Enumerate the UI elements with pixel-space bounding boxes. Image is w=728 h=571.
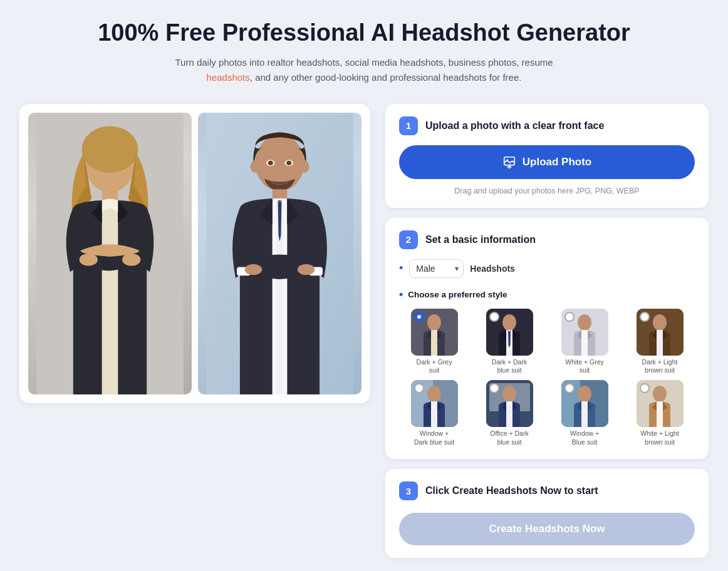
style-name-3: White + Greysuit [565, 358, 604, 375]
style-name-7: Window +Blue suit [570, 430, 599, 446]
styles-grid: Dark + Greysuit [399, 309, 695, 447]
style-option-2[interactable]: Dark + Darkblue suit [474, 309, 544, 375]
step-1-number: 1 [399, 116, 418, 135]
svg-point-49 [653, 386, 667, 402]
style-radio-3 [564, 312, 575, 322]
upload-button-label: Upload Photo [523, 156, 591, 168]
main-content: 1 Upload a photo with a clear front face… [19, 104, 709, 558]
style-name-4: Dark + Lightbrown suit [642, 358, 678, 375]
style-thumb-6 [486, 380, 533, 427]
upload-icon [502, 155, 516, 169]
style-option-8[interactable]: White + Lightbrown suit [625, 380, 695, 446]
bullet-1: • [399, 262, 403, 275]
gender-select-wrapper[interactable]: Male Female [409, 259, 464, 278]
create-headshots-label: Create Headshots Now [489, 523, 605, 535]
style-option-5[interactable]: Window +Dark blue suit [399, 380, 469, 446]
page-subtitle: Turn daily photos into realtor headshots… [151, 55, 577, 85]
svg-point-31 [578, 314, 591, 331]
style-option-1[interactable]: Dark + Greysuit [399, 309, 469, 375]
style-radio-8 [640, 383, 650, 393]
step-3-number: 3 [399, 481, 418, 500]
step-2-card: 2 Set a basic information • Male Female … [385, 218, 709, 460]
svg-point-21 [298, 264, 315, 275]
svg-point-34 [653, 314, 667, 331]
svg-point-5 [80, 254, 98, 266]
svg-point-42 [502, 386, 516, 402]
step-3-card: 3 Click Create Headshots Now to start Cr… [385, 469, 709, 558]
svg-rect-32 [581, 330, 588, 356]
style-name-5: Window +Dark blue suit [414, 430, 454, 446]
page-title: 100% Free Professional AI Headshot Gener… [19, 19, 709, 48]
gender-type-row: • Male Female Headshots [399, 259, 695, 278]
svg-point-38 [427, 386, 441, 402]
highlight-text: headshots [207, 72, 250, 83]
style-radio-7 [564, 383, 575, 393]
step-2-header: 2 Set a basic information [399, 230, 695, 249]
male-figure-svg [198, 113, 361, 394]
svg-point-14 [286, 160, 291, 165]
style-option-6[interactable]: Office + Darkblue suit [474, 380, 544, 446]
headshots-type-label: Headshots [470, 264, 515, 274]
svg-point-10 [299, 160, 309, 173]
page-wrapper: 100% Free Professional AI Headshot Gener… [19, 19, 709, 558]
style-radio-5 [414, 383, 424, 393]
style-option-4[interactable]: Dark + Lightbrown suit [625, 309, 695, 375]
style-option-7[interactable]: Window +Blue suit [549, 380, 620, 446]
style-thumb-7 [561, 380, 608, 427]
style-thumb-3 [561, 309, 608, 356]
svg-rect-26 [431, 330, 437, 356]
style-thumb-2 [486, 309, 533, 356]
style-radio-4 [640, 312, 650, 322]
svg-point-2 [82, 126, 138, 172]
step-1-card: 1 Upload a photo with a clear front face… [385, 104, 709, 208]
preview-panel [19, 104, 370, 403]
style-name-1: Dark + Greysuit [417, 358, 452, 375]
step-2-title: Set a basic information [425, 234, 536, 245]
step-2-number: 2 [399, 230, 418, 249]
svg-rect-50 [657, 401, 663, 427]
svg-rect-4 [102, 200, 118, 394]
style-section-header: • Choose a preferred style [399, 288, 695, 301]
bullet-2: • [399, 288, 403, 301]
create-headshots-button[interactable]: Create Headshots Now [399, 513, 695, 545]
style-name-8: White + Lightbrown suit [640, 430, 679, 446]
style-name-6: Office + Darkblue suit [490, 430, 528, 446]
steps-panel: 1 Upload a photo with a clear front face… [385, 104, 709, 558]
svg-point-25 [427, 314, 441, 331]
header-section: 100% Free Professional AI Headshot Gener… [19, 19, 709, 85]
svg-point-13 [268, 160, 273, 165]
svg-rect-35 [657, 330, 663, 356]
style-thumb-1 [411, 309, 458, 356]
style-radio-6 [489, 383, 499, 393]
step-1-title: Upload a photo with a clear front face [425, 120, 604, 131]
style-radio-2 [489, 312, 499, 322]
style-radio-1 [414, 312, 424, 322]
style-name-2: Dark + Darkblue suit [492, 358, 527, 375]
svg-point-28 [502, 314, 516, 331]
svg-point-20 [245, 264, 262, 275]
upload-hint: Drag and upload your photos here JPG, PN… [399, 187, 695, 195]
step-1-header: 1 Upload a photo with a clear front face [399, 116, 695, 135]
upload-photo-button[interactable]: Upload Photo [399, 145, 695, 179]
svg-point-6 [122, 254, 140, 266]
style-label-text: Choose a preferred style [408, 290, 507, 299]
svg-point-9 [251, 160, 261, 173]
preview-female [28, 113, 192, 394]
preview-male [198, 113, 361, 394]
gender-select[interactable]: Male Female [409, 259, 464, 278]
svg-rect-43 [506, 401, 512, 427]
style-option-3[interactable]: White + Greysuit [549, 309, 620, 375]
style-thumb-5 [411, 380, 458, 427]
step-3-title: Click Create Headshots Now to start [425, 485, 598, 496]
style-thumb-8 [637, 380, 684, 427]
svg-rect-39 [431, 401, 437, 427]
svg-rect-47 [581, 401, 588, 427]
svg-point-46 [578, 386, 591, 402]
style-thumb-4 [637, 309, 684, 356]
female-figure-svg [28, 113, 192, 394]
step-3-header: 3 Click Create Headshots Now to start [399, 481, 695, 500]
